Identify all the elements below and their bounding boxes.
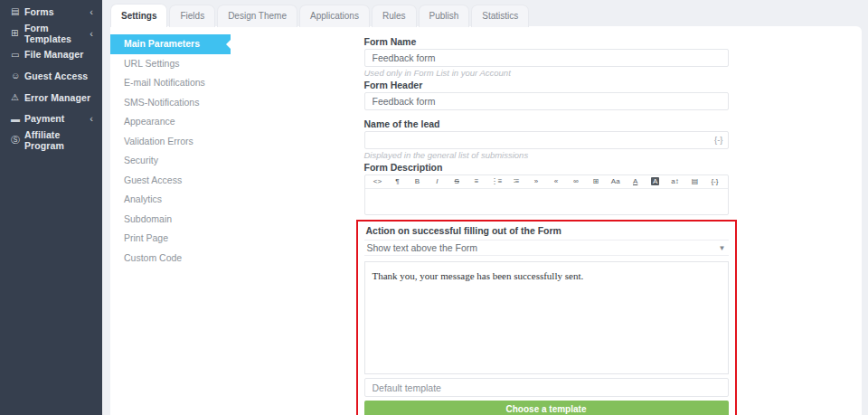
main-tabs: Settings Fields Design Theme Application… <box>110 4 529 27</box>
chevron-left-icon: ‹ <box>90 113 93 124</box>
app-sidebar: ▤ Forms ‹ ⊞ Form Templates ‹ ▭ File Mana… <box>0 0 102 415</box>
ordered-list-icon[interactable]: ⋮≡ <box>486 175 506 188</box>
line-height-icon[interactable]: a↕ <box>665 175 685 188</box>
align-left-icon[interactable]: ≡ <box>467 175 486 188</box>
subnav-item-analytics[interactable]: Analytics <box>110 190 231 210</box>
variable-icon[interactable]: {-} <box>704 175 724 188</box>
tab-design-theme[interactable]: Design Theme <box>217 5 297 27</box>
subnav-item-email-notifications[interactable]: E-mail Notifications <box>110 73 231 93</box>
subnav-item-validation-errors[interactable]: Validation Errors <box>110 132 231 152</box>
font-size-icon[interactable]: Aa <box>606 175 626 188</box>
insert-variable-button[interactable]: {-} <box>714 135 723 146</box>
person-icon: ☺ <box>11 71 24 80</box>
chevron-left-icon: ‹ <box>90 28 93 39</box>
tab-rules[interactable]: Rules <box>372 5 417 27</box>
subnav-item-appearance[interactable]: Appearance <box>110 112 231 132</box>
tab-statistics[interactable]: Statistics <box>471 5 529 27</box>
form-name-label: Form Name <box>364 37 729 47</box>
forms-icon: ▤ <box>11 6 24 16</box>
sidebar-item-label: Forms <box>24 6 90 17</box>
subnav-item-guest-access[interactable]: Guest Access <box>110 171 231 191</box>
italic-icon[interactable]: I <box>427 175 447 188</box>
tab-settings[interactable]: Settings <box>110 4 167 27</box>
sidebar-item-label: Guest Access <box>24 71 93 81</box>
form-name-helper: Used only in Form List in your Account <box>364 69 729 78</box>
table-icon[interactable]: ⊞ <box>586 175 606 188</box>
template-name-input[interactable] <box>364 378 729 397</box>
editor-toolbar: <> ¶ B I S ≡ ⋮≡ ∶≡ » « ∞ ⊞ Aa A A a↕ ▤ <box>365 175 728 189</box>
indent-icon[interactable]: » <box>526 175 546 188</box>
background-color-icon[interactable]: A <box>646 175 665 188</box>
chevron-left-icon: ‹ <box>90 6 93 17</box>
text-color-icon[interactable]: A <box>626 175 646 188</box>
strikethrough-icon[interactable]: S <box>447 175 467 188</box>
sidebar-item-label: File Manager <box>24 49 93 60</box>
settings-subnav: Main Parameters URL Settings E-mail Noti… <box>110 26 231 415</box>
choose-template-button[interactable]: Choose a template <box>364 401 729 415</box>
lead-name-helper: Displayed in the general list of submiss… <box>364 151 729 160</box>
main-parameters-content: Form Name Used only in Form List in your… <box>231 26 862 415</box>
unordered-list-icon[interactable]: ∶≡ <box>506 175 526 188</box>
success-message-editor[interactable]: Thank you, your message has been success… <box>364 261 729 374</box>
lead-name-label: Name of the lead <box>364 119 729 129</box>
link-icon[interactable]: ∞ <box>566 175 586 188</box>
sidebar-item-label: Error Manager <box>24 92 93 103</box>
action-section-label: Action on successful filling out of the … <box>366 226 727 236</box>
sidebar-item-form-templates[interactable]: ⊞ Form Templates ‹ <box>0 23 102 44</box>
subnav-item-security[interactable]: Security <box>110 151 231 171</box>
sidebar-item-error-manager[interactable]: ⚠ Error Manager <box>0 87 102 108</box>
form-header-label: Form Header <box>364 80 729 90</box>
form-name-input[interactable] <box>364 49 729 67</box>
sidebar-item-forms[interactable]: ▤ Forms ‹ <box>0 1 102 23</box>
description-editor-body[interactable] <box>365 189 728 214</box>
background-color-glyph: A <box>651 177 659 185</box>
dollar-circle-icon: Ⓢ <box>11 134 24 146</box>
tab-applications[interactable]: Applications <box>299 5 370 27</box>
tab-publish[interactable]: Publish <box>419 5 470 27</box>
action-section-highlight: Action on successful filling out of the … <box>356 220 737 415</box>
sidebar-item-affiliate-program[interactable]: Ⓢ Affiliate Program <box>0 129 102 151</box>
subnav-item-subdomain[interactable]: Subdomain <box>110 210 231 230</box>
warning-icon: ⚠ <box>11 92 24 102</box>
outdent-icon[interactable]: « <box>546 175 566 188</box>
form-templates-icon: ⊞ <box>11 28 24 38</box>
sidebar-item-guest-access[interactable]: ☺ Guest Access <box>0 65 102 87</box>
paragraph-icon[interactable]: ¶ <box>387 175 407 188</box>
credit-card-icon: ▬ <box>11 114 24 124</box>
sidebar-item-file-manager[interactable]: ▭ File Manager <box>0 43 102 65</box>
description-editor: <> ¶ B I S ≡ ⋮≡ ∶≡ » « ∞ ⊞ Aa A A a↕ ▤ <box>364 174 729 215</box>
sidebar-item-label: Payment <box>24 113 90 124</box>
subnav-item-url-settings[interactable]: URL Settings <box>110 54 231 74</box>
file-manager-icon: ▭ <box>11 50 24 60</box>
sidebar-item-payment[interactable]: ▬ Payment ‹ <box>0 108 102 129</box>
form-description-label: Form Description <box>364 163 729 173</box>
subnav-item-main-parameters[interactable]: Main Parameters <box>110 34 231 54</box>
tab-fields[interactable]: Fields <box>169 5 215 27</box>
chevron-down-icon: ▼ <box>719 244 726 252</box>
subnav-item-custom-code[interactable]: Custom Code <box>110 249 231 269</box>
image-icon[interactable]: ▤ <box>685 175 705 188</box>
sidebar-item-label: Affiliate Program <box>24 129 93 151</box>
sidebar-item-label: Form Templates <box>24 23 90 44</box>
action-select-value: Show text above the Form <box>367 242 478 253</box>
subnav-item-sms-notifications[interactable]: SMS-Notifications <box>110 93 231 113</box>
settings-panel: Main Parameters URL Settings E-mail Noti… <box>110 26 862 415</box>
subnav-item-print-page[interactable]: Print Page <box>110 229 231 249</box>
lead-name-input[interactable] <box>364 131 729 149</box>
code-icon[interactable]: <> <box>368 175 388 188</box>
form-header-input[interactable] <box>364 92 729 110</box>
action-select[interactable]: Show text above the Form ▼ <box>364 240 729 256</box>
bold-icon[interactable]: B <box>407 175 427 188</box>
